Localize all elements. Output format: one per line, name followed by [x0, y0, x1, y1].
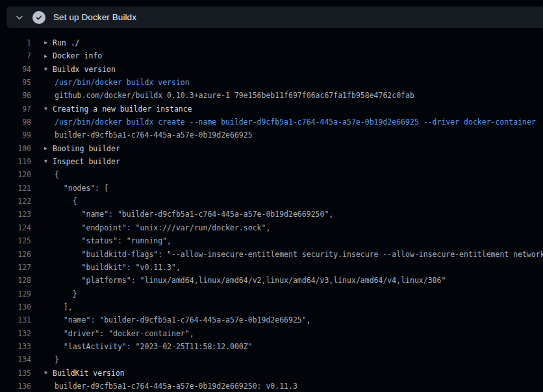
- log-line: 136 builder-d9cfb5a1-c764-445a-a57e-0b19…: [0, 380, 543, 392]
- check-circle-icon: [32, 11, 45, 24]
- group-arrow-expanded-icon[interactable]: ▼: [44, 155, 53, 168]
- log-line-text[interactable]: Booting builder: [53, 144, 120, 153]
- log-line: 130 ],: [0, 300, 543, 313]
- group-arrow-collapsed-icon[interactable]: ▶: [44, 50, 53, 63]
- log-line: 120 {: [0, 168, 543, 181]
- log-line-text: "name": "builder-d9cfb5a1-c764-445a-a57e…: [55, 315, 311, 325]
- log-line: 135 ▼BuildKit version: [0, 367, 543, 380]
- line-number[interactable]: 94: [0, 63, 31, 76]
- log-line-text: {: [55, 197, 77, 206]
- group-arrow-expanded-icon[interactable]: ▼: [44, 63, 53, 76]
- line-number[interactable]: 99: [0, 129, 31, 141]
- line-number[interactable]: 133: [0, 340, 31, 353]
- line-number[interactable]: 127: [0, 261, 31, 274]
- log-line: 94 ▼Buildx version: [0, 63, 543, 76]
- line-number[interactable]: 136: [0, 380, 31, 392]
- line-number[interactable]: 121: [0, 182, 31, 195]
- log-line-text: "nodes": [: [55, 184, 108, 193]
- line-number[interactable]: 97: [0, 103, 31, 116]
- log-line-text: "buildkit": "v0.11.3",: [55, 263, 181, 272]
- chevron-down-icon[interactable]: [14, 12, 25, 23]
- log-line: 96 github.com/docker/buildx 0.10.3+azure…: [0, 89, 543, 102]
- log-line-text: "endpoint": "unix:///var/run/docker.sock…: [55, 223, 270, 232]
- log-line: 131 "name": "builder-d9cfb5a1-c764-445a-…: [0, 313, 543, 326]
- group-arrow-collapsed-icon[interactable]: ▶: [44, 36, 53, 49]
- group-arrow-collapsed-icon[interactable]: ▶: [44, 142, 53, 155]
- log-line: 132 "driver": "docker-container",: [0, 327, 543, 340]
- log-line-text[interactable]: Buildx version: [53, 65, 116, 74]
- log-line: 134 }: [0, 353, 543, 366]
- log-line-text: {: [55, 170, 59, 179]
- log-line-text[interactable]: Creating a new builder instance: [53, 104, 192, 114]
- log-line: 127 "buildkit": "v0.11.3",: [0, 261, 543, 274]
- line-number[interactable]: 7: [0, 49, 31, 62]
- line-number[interactable]: 98: [0, 116, 31, 129]
- log-line: 99 builder-d9cfb5a1-c764-445a-a57e-0b19d…: [0, 129, 543, 141]
- log-line-text[interactable]: Docker info: [53, 51, 102, 60]
- log-line-text: "lastActivity": "2023-02-25T11:58:12.000…: [55, 342, 253, 351]
- line-number[interactable]: 123: [0, 208, 31, 221]
- log-line-text: }: [55, 355, 59, 364]
- log-line: 129 }: [0, 288, 543, 300]
- log-line-text: github.com/docker/buildx 0.10.3+azure-1 …: [55, 91, 414, 100]
- line-number[interactable]: 1: [0, 36, 31, 49]
- line-number[interactable]: 130: [0, 300, 31, 313]
- log-line: 121 "nodes": [: [0, 182, 543, 195]
- log-line-text: "buildkitd-flags": "--allow-insecure-ent…: [55, 250, 543, 259]
- line-number[interactable]: 135: [0, 367, 31, 380]
- line-number[interactable]: 128: [0, 274, 31, 287]
- log-line-text: /usr/bin/docker buildx create --name bui…: [55, 117, 536, 127]
- line-number[interactable]: 132: [0, 327, 31, 340]
- line-number[interactable]: 95: [0, 76, 31, 89]
- log-line: 98 /usr/bin/docker buildx create --name …: [0, 116, 543, 129]
- line-number[interactable]: 96: [0, 89, 31, 102]
- log-line: 123 "name": "builder-d9cfb5a1-c764-445a-…: [0, 208, 543, 221]
- log-line-text[interactable]: BuildKit version: [53, 369, 125, 378]
- log-line: 124 "endpoint": "unix:///var/run/docker.…: [0, 221, 543, 234]
- log-viewer: 1 ▶Run ./ 7 ▶Docker info 94 ▼Buildx vers…: [0, 28, 543, 392]
- log-line: 122 {: [0, 195, 543, 208]
- log-line-text: "name": "builder-d9cfb5a1-c764-445a-a57e…: [55, 210, 333, 219]
- log-line: 128 "platforms": "linux/amd64,linux/amd6…: [0, 274, 543, 287]
- log-line-text: builder-d9cfb5a1-c764-445a-a57e-0b19d2e6…: [55, 130, 253, 140]
- log-line-text[interactable]: Inspect builder: [53, 157, 120, 166]
- log-line-text: /usr/bin/docker buildx version: [55, 78, 190, 87]
- line-number[interactable]: 129: [0, 288, 31, 300]
- line-number[interactable]: 100: [0, 142, 31, 155]
- log-line-text: builder-d9cfb5a1-c764-445a-a57e-0b19d2e6…: [55, 382, 297, 391]
- log-line: 95 /usr/bin/docker buildx version: [0, 76, 543, 89]
- step-header[interactable]: Set up Docker Buildx: [6, 6, 543, 28]
- line-number[interactable]: 122: [0, 195, 31, 208]
- line-number[interactable]: 126: [0, 248, 31, 261]
- line-number[interactable]: 120: [0, 168, 31, 181]
- line-number[interactable]: 119: [0, 155, 31, 168]
- log-line: 1 ▶Run ./: [0, 36, 543, 49]
- log-line: 126 "buildkitd-flags": "--allow-insecure…: [0, 248, 543, 261]
- group-arrow-expanded-icon[interactable]: ▼: [44, 367, 53, 380]
- log-line-text: }: [55, 289, 77, 299]
- step-title: Set up Docker Buildx: [53, 12, 136, 22]
- log-line-text: "status": "running",: [55, 236, 171, 245]
- log-line-text: ],: [55, 302, 73, 312]
- line-number[interactable]: 125: [0, 234, 31, 247]
- line-number[interactable]: 124: [0, 221, 31, 234]
- line-number[interactable]: 131: [0, 313, 31, 326]
- log-line: 125 "status": "running",: [0, 234, 543, 247]
- log-line-text[interactable]: Run ./: [53, 38, 80, 47]
- log-line: 97 ▼Creating a new builder instance: [0, 103, 543, 116]
- log-line: 100 ▶Booting builder: [0, 142, 543, 155]
- line-number[interactable]: 134: [0, 353, 31, 366]
- log-line-text: "platforms": "linux/amd64,linux/amd64/v2…: [55, 276, 446, 285]
- log-line: 133 "lastActivity": "2023-02-25T11:58:12…: [0, 340, 543, 353]
- group-arrow-expanded-icon[interactable]: ▼: [44, 103, 53, 116]
- log-line-text: "driver": "docker-container",: [55, 329, 194, 338]
- log-line: 7 ▶Docker info: [0, 49, 543, 62]
- log-line: 119 ▼Inspect builder: [0, 155, 543, 168]
